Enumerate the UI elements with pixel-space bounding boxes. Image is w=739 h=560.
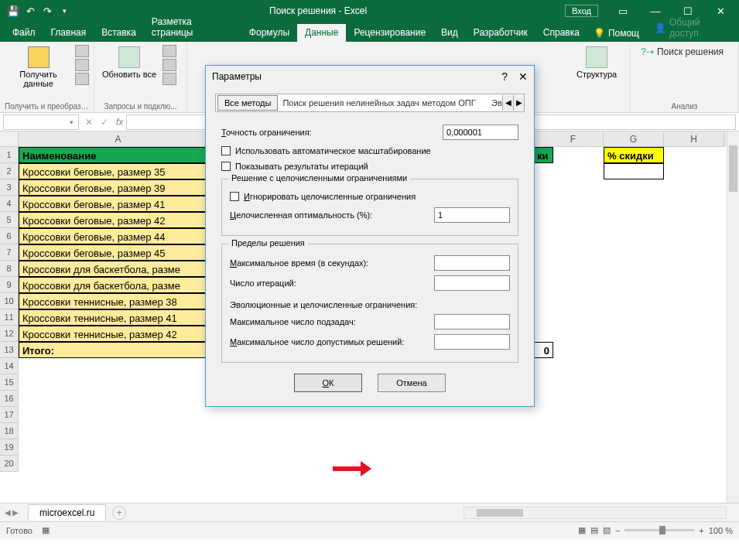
row-header[interactable]: 3 (0, 179, 19, 196)
scroll-thumb[interactable] (729, 145, 737, 192)
view-pagebreak-icon[interactable]: ▧ (603, 525, 611, 535)
cell-a13[interactable]: Итого: (19, 342, 218, 358)
row-header[interactable]: 7 (0, 244, 19, 261)
tab-layout[interactable]: Разметка страницы (144, 13, 241, 42)
row-header[interactable]: 13 (0, 342, 19, 358)
save-icon[interactable]: 💾 (6, 4, 20, 18)
tab-data[interactable]: Данные (297, 24, 346, 42)
enter-formula-icon[interactable]: ✓ (98, 117, 111, 128)
from-text-icon[interactable] (75, 45, 89, 57)
cell-a11[interactable]: Кроссовки теннисные, размер 41 (19, 309, 218, 326)
dialog-tab-all-methods[interactable]: Все методы (217, 95, 278, 111)
row-header[interactable]: 15 (0, 374, 19, 391)
tab-home[interactable]: Главная (43, 24, 94, 42)
tab-help[interactable]: Справка (535, 24, 587, 42)
max-subproblems-input[interactable] (434, 314, 510, 330)
col-header-a[interactable]: A (19, 131, 218, 147)
show-iterations-checkbox[interactable]: Показывать результаты итераций (221, 162, 518, 171)
row-header[interactable]: 12 (0, 326, 19, 342)
int-optimality-input[interactable] (434, 207, 510, 223)
cancel-button[interactable]: Отмена (378, 374, 446, 392)
max-time-input[interactable] (434, 255, 510, 271)
row-header[interactable]: 5 (0, 212, 19, 228)
fx-icon[interactable]: fx (116, 117, 123, 128)
row-header[interactable]: 14 (0, 358, 19, 374)
cell-e13[interactable]: 0 (533, 342, 553, 358)
row-header[interactable]: 1 (0, 147, 19, 163)
row-header[interactable]: 11 (0, 309, 19, 326)
precision-input[interactable] (443, 125, 518, 140)
name-box[interactable] (3, 114, 79, 130)
tab-scroll-left-icon[interactable]: ◀ (502, 95, 513, 111)
ok-button[interactable]: ОК (294, 374, 362, 392)
tab-insert[interactable]: Вставка (94, 24, 144, 42)
cell-a3[interactable]: Кроссовки беговые, размер 39 (19, 179, 218, 196)
tab-file[interactable]: Файл (5, 24, 43, 42)
row-header[interactable]: 16 (0, 391, 19, 407)
vertical-scrollbar[interactable] (727, 131, 739, 503)
tell-me[interactable]: 💡Помощ (587, 25, 645, 42)
redo-icon[interactable]: ↷ (40, 4, 54, 18)
row-header[interactable]: 4 (0, 196, 19, 212)
cell-a5[interactable]: Кроссовки беговые, размер 42 (19, 212, 218, 228)
tab-view[interactable]: Вид (433, 24, 466, 42)
undo-icon[interactable]: ↶ (23, 4, 37, 18)
login-button[interactable]: Вход (565, 5, 598, 17)
cell-a6[interactable]: Кроссовки беговые, размер 44 (19, 228, 218, 244)
row-header[interactable]: 20 (0, 456, 19, 472)
refresh-all-button[interactable]: Обновить все (99, 45, 159, 80)
sheet-next-icon[interactable]: ▶ (12, 508, 19, 517)
add-sheet-icon[interactable]: + (112, 506, 126, 520)
scroll-thumb[interactable] (477, 509, 523, 517)
row-header[interactable]: 10 (0, 293, 19, 309)
cell-a8[interactable]: Кроссовки для баскетбола, разме (19, 261, 218, 277)
row-header[interactable]: 18 (0, 423, 19, 439)
sheet-prev-icon[interactable]: ◀ (5, 508, 11, 517)
zoom-slider[interactable] (624, 529, 694, 531)
row-header[interactable]: 19 (0, 439, 19, 456)
from-table-icon[interactable] (75, 73, 89, 85)
col-header-f[interactable]: F (543, 131, 604, 147)
ribbon-options-icon[interactable]: ▭ (607, 0, 638, 22)
edit-links-icon[interactable] (163, 73, 176, 85)
sheet-tab[interactable]: microexcel.ru (28, 504, 106, 521)
get-data-button[interactable]: Получить данные (5, 45, 72, 90)
share-button[interactable]: 👤Общий доступ (645, 14, 739, 42)
autoscale-checkbox[interactable]: Использовать автоматическое масштабирова… (221, 146, 518, 155)
tab-formulas[interactable]: Формулы (241, 24, 297, 42)
tab-scroll-right-icon[interactable]: ▶ (513, 95, 524, 111)
col-header-g[interactable]: G (604, 131, 664, 147)
ignore-integer-checkbox[interactable]: Игнорировать целочисленные ограничения (230, 192, 510, 201)
row-header[interactable]: 8 (0, 261, 19, 277)
cell-g2[interactable] (604, 163, 664, 179)
queries-icon[interactable] (163, 45, 176, 57)
cell-a9[interactable]: Кроссовки для баскетбола, разме (19, 277, 218, 293)
dialog-tab-grg[interactable]: Поиск решения нелинейных задач методом О… (278, 96, 487, 110)
properties-icon[interactable] (163, 59, 176, 71)
cancel-formula-icon[interactable]: ✕ (82, 117, 96, 128)
row-header[interactable]: 6 (0, 228, 19, 244)
cell-g1[interactable]: % скидки (604, 147, 664, 163)
tab-developer[interactable]: Разработчик (466, 24, 535, 42)
row-header[interactable]: 2 (0, 163, 19, 179)
cell-a4[interactable]: Кроссовки беговые, размер 41 (19, 196, 218, 212)
cell-a12[interactable]: Кроссовки теннисные, размер 42 (19, 326, 218, 342)
from-web-icon[interactable] (75, 59, 89, 71)
cell-a1[interactable]: Наименование (19, 147, 218, 163)
qat-dropdown-icon[interactable]: ▾ (57, 4, 71, 18)
zoom-out-icon[interactable]: − (615, 526, 620, 535)
view-normal-icon[interactable]: ▦ (578, 525, 586, 535)
cell-a2[interactable]: Кроссовки беговые, размер 35 (19, 163, 218, 179)
close-icon[interactable]: ✕ (518, 70, 528, 83)
solver-button[interactable]: ?⇢Поиск решения (641, 46, 724, 57)
cell-a10[interactable]: Кроссовки теннисные, размер 38 (19, 293, 218, 309)
help-icon[interactable]: ? (501, 70, 508, 83)
iterations-input[interactable] (434, 275, 510, 291)
horizontal-scrollbar[interactable] (464, 507, 727, 519)
macro-record-icon[interactable]: ▦ (42, 525, 50, 535)
max-feasible-input[interactable] (434, 334, 510, 350)
structure-button[interactable]: Структура (573, 45, 620, 80)
zoom-level[interactable]: 100 % (709, 526, 733, 535)
col-header-h[interactable]: H (664, 131, 724, 147)
row-header[interactable]: 9 (0, 277, 19, 293)
